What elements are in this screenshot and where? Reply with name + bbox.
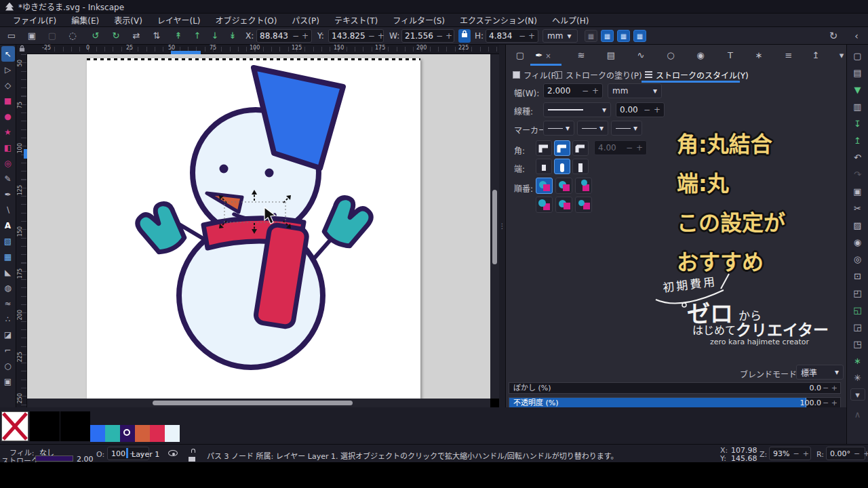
menu-edit[interactable]: 編集(E) (65, 13, 105, 27)
blend-mode-select[interactable]: 標準▾ (796, 365, 844, 380)
flip-vertical-button[interactable]: ⇅ (149, 29, 164, 43)
dialog-tab-fill-stroke[interactable]: ✒ × (533, 47, 553, 64)
rotation-minus[interactable]: − (854, 449, 860, 458)
menu-extensions[interactable]: エクステンション(N) (454, 13, 543, 27)
eraser-tool-icon[interactable]: ◪ (1, 327, 15, 342)
zoom-plus[interactable]: + (803, 449, 809, 458)
bucket-tool-icon[interactable]: ◍ (1, 280, 15, 296)
document-page[interactable] (87, 58, 420, 399)
order-markers-fill-stroke[interactable] (575, 178, 592, 194)
horizontal-ruler[interactable]: -25 0 25 50 75 100 125 150 175 200 225 (27, 45, 499, 54)
affect-corners-toggle[interactable]: ▦ (601, 30, 614, 42)
dialog-tab-objects[interactable]: ▤ (601, 47, 621, 64)
dash-plus[interactable]: + (654, 105, 660, 115)
x-minus[interactable]: − (292, 31, 299, 41)
calligraphy-tool-icon[interactable]: ∖ (1, 202, 15, 218)
deselect-button[interactable]: ▢ (45, 29, 60, 43)
tab-stroke-paint[interactable]: ストロークの塗り(P) (555, 68, 642, 81)
pencil-tool-icon[interactable]: ✎ (1, 171, 15, 186)
rotate-cw-button[interactable]: ↻ (108, 29, 123, 43)
menu-filters[interactable]: フィルター(S) (387, 13, 451, 27)
duplicate-icon[interactable]: ◲ (850, 319, 865, 336)
copy-icon[interactable]: ▣ (850, 183, 865, 200)
x-plus[interactable]: + (302, 31, 309, 41)
dash-offset-field[interactable]: 0.00 −+ (616, 102, 665, 117)
y-plus[interactable]: + (378, 31, 384, 41)
snap-controls-icon[interactable]: ✳ (850, 369, 865, 386)
ellipse-tool-icon[interactable]: ● (1, 108, 15, 124)
star-tool-icon[interactable]: ★ (1, 124, 15, 140)
text-tool-icon[interactable]: A (1, 218, 15, 233)
zoom-tool-icon[interactable]: ○ (1, 358, 15, 373)
print-icon[interactable]: ▥ (850, 98, 865, 115)
flip-horizontal-button[interactable]: ⇄ (129, 29, 144, 43)
w-field[interactable]: 21.556 −+ (401, 29, 454, 43)
save-document-icon[interactable]: ▼ (850, 81, 865, 98)
unlink-clone-icon[interactable]: ∗ (850, 352, 865, 369)
spray-tool-icon[interactable]: ∴ (1, 311, 15, 327)
menu-help[interactable]: ヘルプ(H) (546, 13, 595, 27)
cap-butt-button[interactable] (536, 159, 552, 174)
menu-object[interactable]: オブジェクト(O) (210, 13, 283, 27)
selection-box-toggle[interactable]: ◌ (65, 29, 80, 43)
order-fill-stroke-markers[interactable] (536, 178, 553, 194)
commands-more-button[interactable]: ▾ (850, 388, 865, 401)
opacity-spin[interactable]: − + (823, 398, 837, 408)
menu-file[interactable]: ファイル(F) (7, 13, 62, 27)
tab-stroke-style[interactable]: ストロークのスタイル(Y) (645, 68, 749, 81)
hscroll-thumb[interactable] (153, 401, 353, 405)
h-field[interactable]: 4.834 −+ (486, 29, 538, 43)
width-minus[interactable]: − (582, 86, 589, 96)
reset-toolbar-button[interactable]: ↻ (826, 29, 841, 43)
measure-tool-icon[interactable]: ▣ (1, 373, 15, 389)
join-miter-button[interactable] (536, 140, 552, 156)
lower-to-bottom-button[interactable]: ↡ (225, 29, 240, 43)
raise-button[interactable]: ↑ (190, 29, 205, 43)
palette-swatch[interactable] (105, 425, 120, 442)
join-round-button[interactable] (554, 140, 570, 156)
dock-resize-handle[interactable]: ⋮ (499, 45, 505, 407)
blur-spin[interactable]: − + (823, 383, 837, 393)
dialog-tab-document-properties[interactable]: ▢ (510, 47, 530, 64)
collapse-toolbar-button[interactable]: ‹ (849, 29, 864, 43)
cut-icon[interactable]: ✂ (850, 200, 865, 217)
select-all-layers-button[interactable]: ▣ (24, 29, 39, 43)
palette-swatch-selected[interactable] (120, 425, 135, 442)
w-plus[interactable]: + (446, 31, 452, 41)
order-stroke-markers-fill[interactable] (555, 197, 572, 213)
shape-builder-tool-icon[interactable]: ◇ (1, 77, 15, 93)
h-minus[interactable]: − (519, 31, 526, 41)
rotate-ccw-button[interactable]: ↺ (88, 29, 103, 43)
dialog-tab-text[interactable]: T (720, 47, 741, 64)
stroke-color-swatch[interactable] (35, 455, 73, 462)
dialog-tab-find[interactable]: ○ (660, 47, 681, 64)
new-document-icon[interactable]: ▢ (850, 47, 865, 64)
order-markers-stroke-fill[interactable] (575, 197, 592, 213)
gradient-tool-icon[interactable]: ▧ (1, 233, 15, 249)
zoom-selection-icon[interactable]: ◉ (850, 234, 865, 251)
select-all-button[interactable]: ▭ (4, 29, 19, 43)
vertical-scrollbar[interactable] (490, 54, 499, 399)
pen-tool-icon[interactable]: ✒ (1, 186, 15, 202)
scroll-up-icon[interactable]: ∧ (850, 406, 865, 423)
vscroll-thumb[interactable] (492, 190, 497, 264)
dialog-tab-export[interactable]: ↥ (806, 47, 826, 64)
h-plus[interactable]: + (528, 31, 535, 41)
menu-text[interactable]: テキスト(T) (328, 13, 384, 27)
layer-visibility-icon[interactable] (168, 449, 179, 458)
dialog-tab-align[interactable]: ≡ (778, 47, 799, 64)
stroke-unit-select[interactable]: mm▾ (608, 83, 662, 98)
paste-icon[interactable]: ▨ (850, 217, 865, 234)
menu-layer[interactable]: レイヤー(L) (151, 13, 207, 27)
marker-end-select[interactable]: ▾ (611, 121, 642, 136)
zoom-field[interactable]: 93% −+ (769, 447, 811, 460)
affect-stroke-toggle[interactable]: ▦ (585, 30, 597, 42)
order-fill-markers-stroke[interactable] (536, 197, 553, 213)
palette-swatch[interactable] (150, 425, 165, 442)
lower-button[interactable]: ↓ (208, 29, 222, 43)
swatches-icon[interactable]: ◱ (850, 302, 865, 319)
vertical-ruler[interactable]: 50 75 100 125 150 175 200 225 250 (16, 54, 27, 407)
y-field[interactable]: 143.825 −+ (328, 29, 384, 43)
open-document-icon[interactable]: ▤ (850, 64, 865, 81)
blur-slider[interactable]: ぼかし (%) 0.0 − + (509, 382, 841, 394)
